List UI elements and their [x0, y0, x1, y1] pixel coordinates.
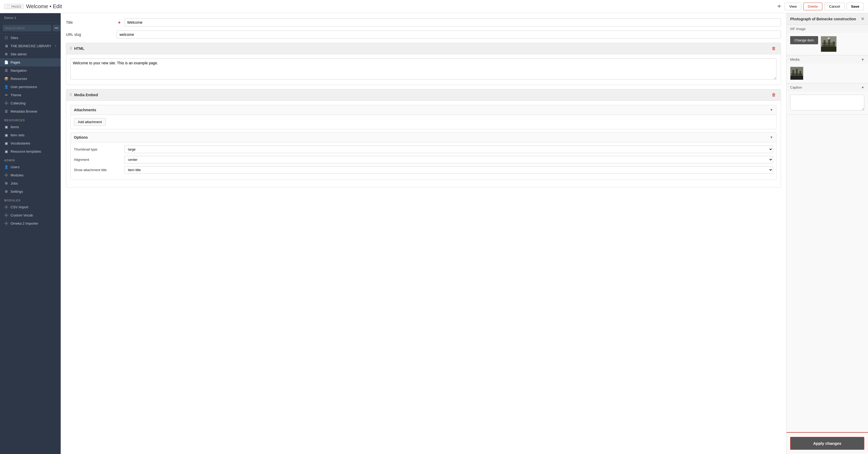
- html-block-title: HTML: [74, 46, 85, 51]
- apply-changes-button[interactable]: Apply changes: [790, 437, 864, 450]
- right-panel-close-button[interactable]: ✕: [861, 17, 864, 21]
- iiif-row: Change item: [790, 36, 864, 52]
- html-content-textarea[interactable]: Welcome to your new site. This is an exa…: [70, 59, 776, 79]
- page-title: Welcome • Edit: [26, 3, 62, 9]
- change-item-button[interactable]: Change item: [790, 36, 818, 44]
- sidebar-item-metadata-browse[interactable]: ☰ Metadata Browse: [0, 107, 61, 116]
- theme-icon: ✏: [4, 93, 8, 97]
- attachments-header[interactable]: Attachments ▼: [71, 105, 776, 115]
- pages-icon: 📄: [4, 60, 8, 64]
- modules-section-label: MODULES: [0, 196, 61, 203]
- iiif-label: IIIF Image: [786, 25, 868, 33]
- user-permissions-icon: 👤: [4, 85, 8, 89]
- vocabularies-icon: ▣: [4, 141, 8, 145]
- sidebar-item-users[interactable]: 👤 Users: [0, 163, 61, 171]
- alignment-select[interactable]: center left right: [125, 156, 773, 163]
- sidebar-item-items[interactable]: ▣ Items: [0, 123, 61, 131]
- search-input[interactable]: [3, 25, 51, 31]
- sidebar-item-navigation[interactable]: ☰ Navigation: [0, 66, 61, 75]
- media-thumbnail[interactable]: [790, 67, 803, 80]
- title-required-star: ★: [118, 20, 121, 25]
- sidebar-item-beinecke[interactable]: 🖥 THE BEINECKE LIBRARY ↗: [0, 42, 61, 50]
- thumbnail-type-label: Thumbnail type: [74, 148, 121, 151]
- sidebar-item-collecting[interactable]: ➕ Collecting: [0, 99, 61, 107]
- sidebar-item-site-admin[interactable]: ⚙ Site admin: [0, 50, 61, 58]
- save-button[interactable]: Save: [847, 3, 864, 10]
- url-slug-label: URL slug: [66, 32, 114, 37]
- csv-import-icon: ➕: [4, 205, 8, 209]
- show-attachment-title-row: Show attachment title item title none: [74, 166, 773, 174]
- drag-handle-icon[interactable]: ⠿: [69, 46, 72, 51]
- show-attachment-title-select[interactable]: item title none: [125, 166, 773, 174]
- search-options-button[interactable]: •••: [53, 25, 60, 31]
- sidebar-settings-label: Settings: [10, 190, 23, 194]
- sidebar-item-pages[interactable]: 📄 Pages: [0, 58, 61, 66]
- title-label: Title: [66, 20, 114, 25]
- pages-badge-label: PAGES: [11, 5, 21, 8]
- sidebar-site-name: THE BEINECKE LIBRARY: [10, 44, 51, 48]
- add-attachment-button[interactable]: Add attachment: [74, 118, 106, 126]
- sidebar-metadata-browse-label: Metadata Browse: [10, 109, 37, 114]
- sidebar-item-jobs[interactable]: ⚙ Jobs: [0, 179, 61, 188]
- html-block-header: ⠿ HTML 🗑: [66, 43, 781, 54]
- media-embed-block-header: ⠿ Media Embed 🗑: [66, 89, 781, 101]
- media-section-header[interactable]: Media ▼: [786, 55, 868, 64]
- sidebar-item-csv-import[interactable]: ➕ CSV Import: [0, 203, 61, 211]
- sidebar-custom-vocab-label: Custom Vocab: [10, 213, 33, 217]
- collecting-icon: ➕: [4, 101, 8, 105]
- sidebar-item-user-permissions[interactable]: 👤 User permissions: [0, 83, 61, 91]
- delete-html-block-button[interactable]: 🗑: [770, 45, 777, 52]
- sidebar-item-modules[interactable]: ➕ Modules: [0, 171, 61, 179]
- sidebar-item-vocabularies[interactable]: ▣ Vocabularies: [0, 139, 61, 148]
- omeka-importer-icon: ➕: [4, 222, 8, 225]
- sidebar-user-permissions-label: User permissions: [10, 85, 37, 89]
- caption-section-title: Caption: [790, 86, 861, 89]
- app-name: Demo 1: [0, 13, 61, 23]
- preview-icon[interactable]: 👁: [777, 4, 781, 9]
- sidebar-users-label: Users: [10, 165, 20, 169]
- title-input[interactable]: [124, 19, 781, 26]
- main-layout: Demo 1 ••• 🔍 ☐ Sites 🖥 THE BEINECKE LIBR…: [0, 13, 868, 454]
- cancel-button[interactable]: Cancel: [825, 3, 844, 10]
- sidebar-sites-label: Sites: [10, 36, 18, 40]
- media-embed-drag-handle-icon[interactable]: ⠿: [69, 93, 72, 97]
- sidebar-item-sites[interactable]: ☐ Sites: [0, 34, 61, 42]
- options-header[interactable]: Options ▼: [71, 133, 776, 142]
- sidebar-csv-import-label: CSV Import: [10, 205, 28, 209]
- iiif-body: Change item: [786, 33, 868, 55]
- sidebar-site-admin-label: Site admin: [10, 52, 27, 56]
- view-button[interactable]: View: [785, 3, 801, 10]
- caption-section-header[interactable]: Caption ▼: [786, 83, 868, 92]
- sidebar-collecting-label: Collecting: [10, 101, 26, 105]
- alignment-row: Alignment center left right: [74, 156, 773, 163]
- sidebar-item-resource-templates[interactable]: ▣ Resource templates: [0, 148, 61, 156]
- delete-button[interactable]: Delete: [803, 3, 823, 10]
- delete-media-embed-block-button[interactable]: 🗑: [770, 92, 777, 98]
- external-link-icon: ↗: [54, 44, 57, 48]
- sidebar-jobs-label: Jobs: [10, 182, 18, 185]
- iiif-section: IIIF Image Change item: [786, 25, 868, 55]
- sidebar-resources-label: Resources: [10, 77, 27, 81]
- options-label: Options: [74, 135, 770, 139]
- jobs-icon: ⚙: [4, 182, 8, 185]
- sidebar-item-omeka-importer[interactable]: ➕ Omeka 2 Importer: [0, 219, 61, 228]
- sidebar-item-custom-vocab[interactable]: ➕ Custom Vocab: [0, 211, 61, 219]
- sidebar-item-settings[interactable]: ⚙ Settings: [0, 188, 61, 196]
- caption-textarea[interactable]: [790, 95, 864, 110]
- svg-rect-7: [821, 47, 836, 52]
- svg-point-8: [828, 37, 830, 39]
- right-panel-title: Photograph of Beinecke construction: [790, 17, 861, 21]
- media-section-body: [786, 64, 868, 83]
- url-slug-input[interactable]: [117, 31, 781, 38]
- thumbnail-type-select[interactable]: large medium small square: [125, 145, 773, 153]
- sidebar-item-theme[interactable]: ✏ Theme: [0, 91, 61, 99]
- alignment-label: Alignment: [74, 158, 121, 162]
- page-icon: 📄: [7, 5, 10, 8]
- svg-rect-14: [790, 76, 803, 79]
- attachments-chevron-icon: ▼: [770, 108, 773, 112]
- sidebar-item-item-sets[interactable]: ▣ Item sets: [0, 131, 61, 139]
- iiif-thumbnail: [821, 36, 837, 52]
- html-block-body: Welcome to your new site. This is an exa…: [66, 54, 781, 85]
- sidebar-item-resources[interactable]: 📦 Resources: [0, 75, 61, 83]
- sidebar-resource-templates-label: Resource templates: [10, 150, 41, 154]
